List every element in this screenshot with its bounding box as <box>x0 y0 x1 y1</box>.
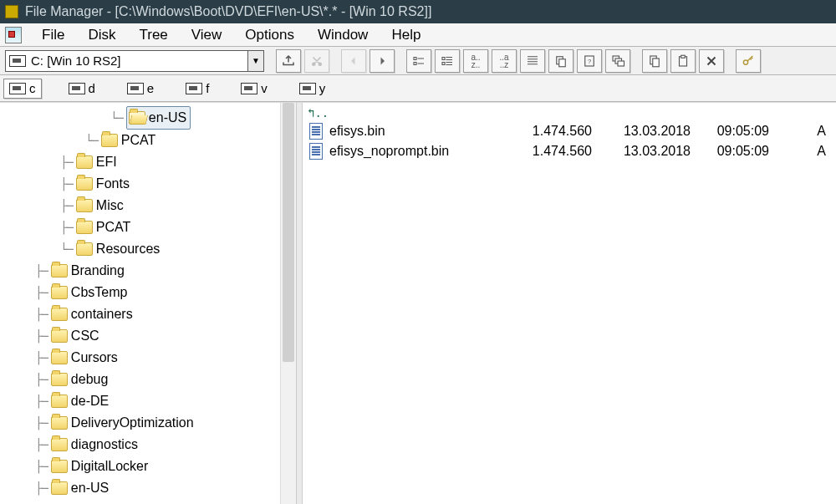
tree-node-label[interactable]: PCAT <box>96 216 130 238</box>
forward-icon <box>375 53 390 69</box>
folder-icon <box>51 373 68 386</box>
menu-window[interactable]: Window <box>308 25 378 45</box>
splitter[interactable] <box>296 103 303 504</box>
back-icon <box>346 53 361 69</box>
svg-point-11 <box>743 59 747 64</box>
folder-icon <box>51 286 68 299</box>
key-icon <box>741 53 756 69</box>
tree-node-label[interactable]: DeliveryOptimization <box>71 412 194 434</box>
details-button[interactable] <box>520 49 545 73</box>
tree-node-label[interactable]: Misc <box>96 195 124 216</box>
tree-node-label[interactable]: Resources <box>96 238 160 260</box>
folder-icon <box>76 155 93 169</box>
tree-node-label[interactable]: containers <box>71 303 133 325</box>
tree-node-label[interactable]: en-US <box>71 477 109 499</box>
folder-tree[interactable]: └─ en-US └─ PCAT ├─EFI ├─Fonts ├─Misc ├─… <box>0 103 296 502</box>
drive-tab-y[interactable]: y <box>294 79 331 98</box>
sort-name-button[interactable] <box>406 49 431 73</box>
props-button[interactable]: ? <box>577 49 602 73</box>
share-button[interactable] <box>276 49 301 73</box>
tree-node-label[interactable]: de-DE <box>71 390 109 412</box>
app-mini-icon[interactable] <box>5 27 22 43</box>
file-size: 1.474.560 <box>512 144 592 159</box>
file-row[interactable]: efisys_noprompt.bin 1.474.560 13.03.2018… <box>309 141 829 161</box>
cut-button <box>304 49 329 73</box>
folder-icon <box>76 199 93 212</box>
sort-za-button[interactable]: ..a..z <box>492 49 517 73</box>
copy-icon <box>647 53 662 69</box>
folder-icon <box>51 438 68 451</box>
key-button[interactable] <box>736 49 761 73</box>
menu-disk[interactable]: Disk <box>78 25 125 45</box>
menu-view[interactable]: View <box>181 25 232 45</box>
share-icon <box>281 53 296 69</box>
sort-az-button[interactable]: a..z.. <box>463 49 488 73</box>
drive-icon <box>127 83 144 94</box>
folder-icon <box>51 416 68 430</box>
copy-x-icon <box>553 53 568 69</box>
tree-node-label[interactable]: CSC <box>71 325 99 347</box>
drive-icon <box>186 83 202 94</box>
drive-tab-label: c <box>29 81 36 95</box>
file-date: 13.03.2018 <box>599 144 691 159</box>
folder-icon <box>76 177 93 191</box>
cascade-button[interactable] <box>605 49 630 73</box>
folder-icon <box>51 329 68 343</box>
menu-tree[interactable]: Tree <box>129 25 177 45</box>
drive-combo[interactable]: C: [Win 10 RS2] ▼ <box>5 50 264 72</box>
tree-scrollbar[interactable] <box>280 103 296 504</box>
tree-node-label[interactable]: EFI <box>96 151 117 173</box>
drive-icon <box>9 55 26 67</box>
file-icon <box>309 143 323 160</box>
parent-folder-link[interactable]: ↰.. <box>308 106 329 120</box>
delete-button[interactable] <box>699 49 724 73</box>
svg-rect-8 <box>653 59 660 67</box>
drive-icon <box>299 83 316 94</box>
drive-tab-label: v <box>261 81 268 95</box>
paste-button[interactable] <box>670 49 696 73</box>
tree-node-label[interactable]: Fonts <box>96 173 130 195</box>
cascade-icon <box>610 53 625 69</box>
sort-name-icon <box>411 53 426 69</box>
folder-icon <box>51 308 68 321</box>
copy-button[interactable] <box>642 49 667 73</box>
tree-node-label[interactable]: DigitalLocker <box>71 456 148 477</box>
drive-tab-f[interactable]: f <box>181 79 214 98</box>
scrollbar-thumb[interactable] <box>283 103 294 362</box>
file-icon <box>309 123 323 140</box>
forward-button[interactable] <box>370 49 395 73</box>
copy-x-button[interactable] <box>548 49 573 73</box>
tree-node-label[interactable]: diagnostics <box>71 434 138 456</box>
drive-icon <box>241 83 257 94</box>
menu-bar: File Disk Tree View Options Window Help <box>0 23 836 47</box>
folder-icon <box>76 242 93 256</box>
drive-tab-c[interactable]: c <box>3 79 42 99</box>
drive-tab-v[interactable]: v <box>236 79 273 98</box>
tree-selected-folder[interactable]: en-US <box>126 106 191 130</box>
file-name: efisys_noprompt.bin <box>329 144 505 159</box>
file-pane: ↰.. efisys.bin 1.474.560 13.03.2018 09:0… <box>303 103 836 504</box>
file-row[interactable]: efisys.bin 1.474.560 13.03.2018 09:05:09… <box>309 121 829 141</box>
tree-branch: └─ <box>110 107 123 129</box>
cut-icon <box>309 53 324 69</box>
folder-icon <box>51 351 68 364</box>
delete-icon <box>704 53 719 69</box>
menu-help[interactable]: Help <box>381 25 431 45</box>
drive-tab-d[interactable]: d <box>64 79 100 98</box>
tree-node-label[interactable]: Branding <box>71 260 125 282</box>
chevron-down-icon[interactable]: ▼ <box>247 51 263 71</box>
sort-type-button[interactable] <box>435 49 460 73</box>
file-attr: A <box>776 144 829 159</box>
menu-options[interactable]: Options <box>235 25 304 45</box>
folder-icon <box>51 460 68 473</box>
tree-node-label[interactable]: CbsTemp <box>71 282 128 303</box>
toolbar: C: [Win 10 RS2] ▼ a..z.. ..a..z ? <box>0 47 836 75</box>
drive-tab-e[interactable]: e <box>122 79 159 98</box>
tree-node-label[interactable]: PCAT <box>121 130 155 151</box>
menu-file[interactable]: File <box>32 25 74 45</box>
sort-za-icon: ..a..z <box>499 53 508 69</box>
svg-rect-10 <box>681 55 686 58</box>
back-button <box>341 49 366 73</box>
tree-node-label[interactable]: Cursors <box>71 347 118 369</box>
tree-node-label[interactable]: debug <box>71 369 109 390</box>
